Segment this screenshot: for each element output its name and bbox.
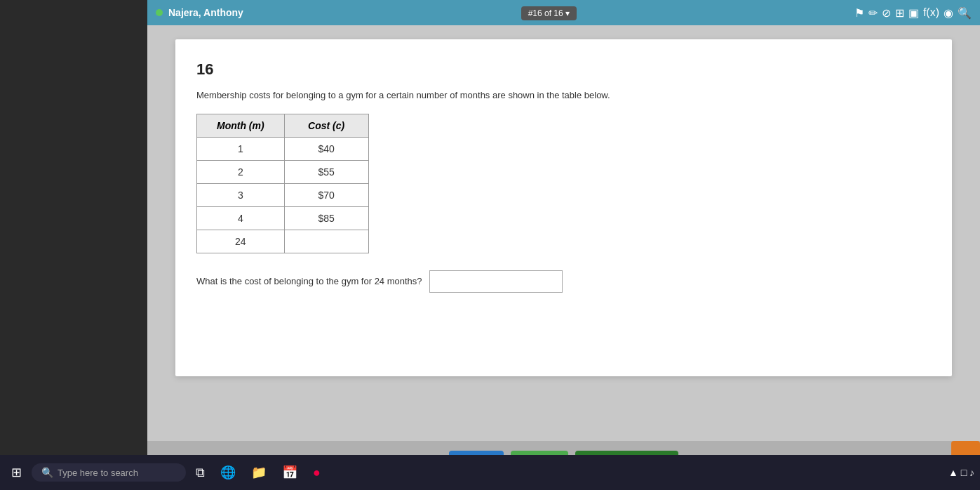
table-cell-month-2: 2 bbox=[197, 160, 285, 183]
table-cell-cost-1: $40 bbox=[284, 137, 368, 160]
search-bar[interactable]: 🔍 Type here to search bbox=[32, 463, 186, 482]
flag-icon[interactable]: ⚑ bbox=[854, 6, 864, 20]
question-paper: 16 Membership costs for belonging to a g… bbox=[175, 39, 952, 376]
zoom-icon[interactable]: 🔍 bbox=[958, 6, 972, 20]
table-cell-month-4: 4 bbox=[197, 206, 285, 230]
table-cell-month-3: 3 bbox=[197, 183, 285, 206]
taskbar-right: ▲ □ ♪ bbox=[948, 467, 974, 478]
table-cell-month-1: 1 bbox=[197, 137, 285, 160]
table-header-month: Month (m) bbox=[197, 114, 285, 137]
user-name: Najera, Anthony bbox=[168, 7, 243, 18]
left-panel bbox=[0, 0, 147, 490]
table-cell-cost-24 bbox=[284, 230, 368, 253]
table-cell-cost-2: $55 bbox=[284, 160, 368, 183]
formula-icon[interactable]: f(x) bbox=[923, 6, 939, 19]
grid-icon[interactable]: ⊞ bbox=[895, 6, 904, 20]
calendar-icon[interactable]: 📅 bbox=[276, 462, 303, 483]
taskbar: ⊞ 🔍 Type here to search ⧉ 🌐 📁 📅 ● ▲ □ ♪ bbox=[0, 455, 980, 490]
chrome-icon[interactable]: ● bbox=[307, 463, 326, 483]
table-row: 1 $40 bbox=[197, 137, 369, 160]
answer-row: What is the cost of belonging to the gym… bbox=[196, 270, 931, 293]
file-explorer-icon[interactable]: 📁 bbox=[246, 462, 272, 483]
answer-label: What is the cost of belonging to the gym… bbox=[196, 276, 422, 286]
question-badge[interactable]: #16 of 16 ▾ bbox=[521, 6, 577, 19]
content-area: 16 Membership costs for belonging to a g… bbox=[147, 25, 980, 441]
task-view-icon[interactable]: ⧉ bbox=[190, 463, 210, 483]
search-icon: 🔍 bbox=[41, 467, 53, 478]
search-placeholder: Type here to search bbox=[58, 468, 138, 478]
table-row: 4 $85 bbox=[197, 206, 369, 230]
top-bar-left: Najera, Anthony bbox=[156, 7, 243, 18]
user-status-dot bbox=[156, 9, 163, 16]
windows-start-icon[interactable]: ⊞ bbox=[6, 462, 27, 483]
membership-table: Month (m) Cost (c) 1 $40 2 $55 3 bbox=[196, 114, 369, 253]
pencil-icon[interactable]: ✏ bbox=[868, 6, 878, 20]
table-row: 24 bbox=[197, 230, 369, 253]
main-area: Najera, Anthony #16 of 16 ▾ ⚑ ✏ ⊘ ⊞ ▣ f(… bbox=[147, 0, 980, 490]
question-text: Membership costs for belonging to a gym … bbox=[196, 88, 931, 102]
table-cell-cost-4: $85 bbox=[284, 206, 368, 230]
system-tray-icons: ▲ □ ♪ bbox=[948, 467, 974, 478]
audio-icon[interactable]: ◉ bbox=[944, 6, 953, 20]
book-icon[interactable]: ▣ bbox=[908, 6, 919, 20]
table-row: 3 $70 bbox=[197, 183, 369, 206]
table-cell-month-24: 24 bbox=[197, 230, 285, 253]
table-header-cost: Cost (c) bbox=[284, 114, 368, 137]
no-symbol-icon[interactable]: ⊘ bbox=[882, 6, 891, 20]
top-bar: Najera, Anthony #16 of 16 ▾ ⚑ ✏ ⊘ ⊞ ▣ f(… bbox=[147, 0, 980, 25]
top-bar-icons: ⚑ ✏ ⊘ ⊞ ▣ f(x) ◉ 🔍 bbox=[854, 6, 972, 20]
question-number: 16 bbox=[196, 60, 931, 79]
answer-input[interactable] bbox=[429, 270, 563, 293]
table-row: 2 $55 bbox=[197, 160, 369, 183]
table-cell-cost-3: $70 bbox=[284, 183, 368, 206]
edge-icon[interactable]: 🌐 bbox=[215, 462, 241, 483]
